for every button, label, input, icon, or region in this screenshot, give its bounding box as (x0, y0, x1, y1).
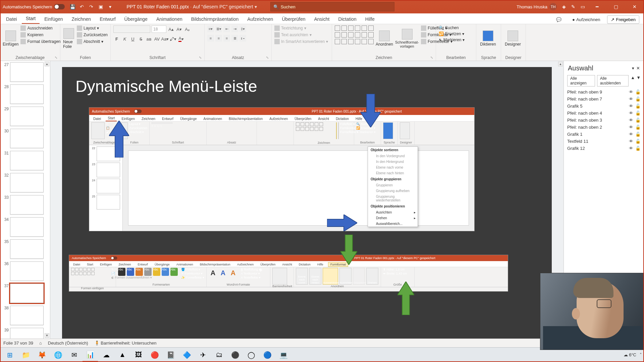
move-down-icon[interactable]: ▼ (636, 75, 641, 86)
slide-thumbnail[interactable]: 39 (0, 326, 50, 339)
close-pane-icon[interactable]: ✕ (636, 66, 640, 71)
slide-thumbnail[interactable]: 29 (0, 105, 50, 127)
app-icon[interactable]: 🗂 (211, 348, 227, 362)
visibility-icon[interactable]: 👁 (629, 111, 633, 116)
slide-thumbnail[interactable]: 32 (0, 172, 50, 194)
weather-widget[interactable]: ☁ 6°C (624, 352, 636, 357)
copy-button[interactable]: Kopieren (20, 32, 60, 38)
smartart-convert-button[interactable]: In SmartArt konvertieren ▾ (274, 39, 328, 44)
app-icon[interactable]: 🔴 (147, 348, 162, 362)
explorer-icon[interactable]: 📁 (18, 348, 34, 362)
powerpoint-icon[interactable]: 📊 (83, 348, 98, 362)
app-icon[interactable]: 🖼 (131, 348, 146, 362)
align-text-button[interactable]: Text ausrichten ▾ (274, 32, 328, 38)
lock-icon[interactable]: 🔓 (635, 89, 641, 95)
numbering-button[interactable]: ≣▾ (215, 25, 222, 32)
tab-hilfe[interactable]: Hilfe (361, 14, 379, 24)
outlook-icon[interactable]: ✉ (66, 348, 82, 362)
format-painter-button[interactable]: Format übertragen (20, 39, 60, 44)
tab-bildschirmpraesentation[interactable]: Bildschirmpräsentation (187, 14, 243, 24)
slide-thumbnail[interactable]: 38 (0, 304, 50, 326)
arrow-shape[interactable] (327, 215, 357, 231)
case-button[interactable]: Aa▾ (162, 36, 168, 42)
font-size-input[interactable] (152, 25, 166, 33)
telegram-icon[interactable]: ✈ (195, 348, 211, 362)
paste-button[interactable]: Einfügen (3, 25, 18, 52)
slide-thumbnail[interactable]: 33 (0, 194, 50, 216)
slide-thumbnail[interactable]: 35 (0, 238, 50, 260)
selection-item[interactable]: Grafik 12👁🔓 (567, 146, 641, 151)
justify-button[interactable]: ≣ (231, 35, 238, 42)
dictate-button[interactable]: Diktieren (479, 25, 497, 52)
minimize-button[interactable]: ━ (590, 1, 604, 12)
section-button[interactable]: Abschnitt ▾ (77, 39, 108, 44)
collapse-ribbon-button[interactable]: 💬 (552, 15, 565, 24)
tab-entwurf[interactable]: Entwurf (96, 14, 119, 24)
visibility-icon[interactable]: 👁 (629, 118, 633, 123)
visibility-icon[interactable]: 👁 (629, 97, 633, 102)
arrow-shape[interactable] (397, 282, 414, 315)
autosave-toggle[interactable]: Automatisches Speichern (3, 4, 65, 9)
tab-aufzeichnen[interactable]: Aufzeichnen (243, 14, 277, 24)
tab-einfuegen[interactable]: Einfügen (40, 14, 67, 24)
search-input[interactable]: 🔍 Suchen (270, 2, 394, 11)
lock-icon[interactable]: 🔓 (635, 111, 641, 116)
tab-animationen[interactable]: Animationen (152, 14, 186, 24)
visibility-icon[interactable]: 👁 (629, 104, 633, 109)
new-slide-button[interactable]: Neue Folie (63, 25, 75, 52)
tab-start[interactable]: Start (22, 14, 40, 24)
select-button[interactable]: ↖Markieren ▾ (439, 38, 465, 42)
app-icon[interactable]: 🔵 (260, 348, 275, 362)
shrink-font-icon[interactable]: A▾ (176, 26, 182, 33)
selection-item[interactable]: Pfeil: nach oben 2👁🔓 (567, 125, 641, 130)
onenote-icon[interactable]: 📓 (163, 348, 178, 362)
align-left-button[interactable]: ≡ (207, 35, 214, 42)
align-center-button[interactable]: ≡ (215, 35, 222, 42)
slide-thumbnail[interactable]: 28 (0, 83, 50, 105)
slide-thumbnail[interactable]: 30 (0, 127, 50, 149)
text-direction-button[interactable]: Textrichtung ▾ (274, 25, 328, 31)
find-button[interactable]: 🔍Suchen (439, 25, 465, 30)
lock-icon[interactable]: 🔓 (635, 146, 641, 151)
clear-format-icon[interactable]: Aᵩ (184, 26, 191, 33)
app-icon[interactable]: ☁ (99, 348, 114, 362)
slide-thumbnail[interactable]: 31 (0, 149, 50, 172)
selection-item[interactable]: Textfeld 11👁🔓 (567, 139, 641, 144)
lock-icon[interactable]: 🔓 (635, 125, 641, 130)
lock-icon[interactable]: 🔓 (635, 132, 641, 137)
tab-ueberpruefen[interactable]: Überprüfen (278, 14, 309, 24)
visibility-icon[interactable]: 👁 (629, 139, 633, 144)
columns-button[interactable]: ⫾▾ (239, 35, 246, 42)
slide-thumbnail[interactable]: 27 (0, 61, 50, 83)
share-button[interactable]: ↗ Freigeben (607, 15, 639, 24)
lock-icon[interactable]: 🔓 (635, 97, 641, 102)
start-button[interactable]: ⊞ (2, 348, 17, 362)
show-all-button[interactable]: Alle anzeigen (567, 75, 595, 86)
selection-item[interactable]: Pfeil: nach oben 7👁🔓 (567, 97, 641, 102)
save-icon[interactable]: 💾 (69, 4, 75, 10)
lock-icon[interactable]: 🔓 (635, 139, 641, 144)
pen-icon[interactable]: ✎ (571, 4, 575, 9)
more-icon[interactable]: ▾ (107, 4, 113, 10)
tab-datei[interactable]: Datei (2, 14, 21, 24)
visibility-icon[interactable]: 👁 (629, 146, 633, 151)
move-up-icon[interactable]: ▲ (631, 75, 635, 86)
redo-icon[interactable]: ↷ (88, 4, 94, 10)
firefox-icon[interactable]: 🦊 (34, 348, 50, 362)
scroll-up-button[interactable]: ▲ (45, 62, 49, 66)
account-button[interactable]: Thomas Hruska TH (517, 3, 557, 10)
bold-button[interactable]: F (113, 36, 120, 42)
tray-chevron-icon[interactable]: ˄ (640, 352, 642, 357)
visibility-icon[interactable]: 👁 (629, 125, 633, 130)
scroll-down-button[interactable]: ▼ (45, 333, 49, 338)
pane-options-icon[interactable]: ▾ (632, 66, 634, 71)
quick-styles-button[interactable]: Schnellformat-vorlagen (395, 25, 419, 52)
slideshow-icon[interactable]: ▣ (98, 4, 104, 10)
cut-button[interactable]: Ausschneiden (20, 25, 60, 31)
indent-less-button[interactable]: ⇤ (223, 25, 230, 32)
selection-item[interactable]: Pfeil: nach oben 3👁🔓 (567, 118, 641, 123)
layout-button[interactable]: Layout ▾ (77, 25, 108, 31)
accessibility-icon[interactable]: ⌂ (39, 341, 42, 346)
replace-button[interactable]: 🔁Ersetzen ▾ (439, 32, 465, 36)
shadow-button[interactable]: aʙ (146, 36, 152, 42)
